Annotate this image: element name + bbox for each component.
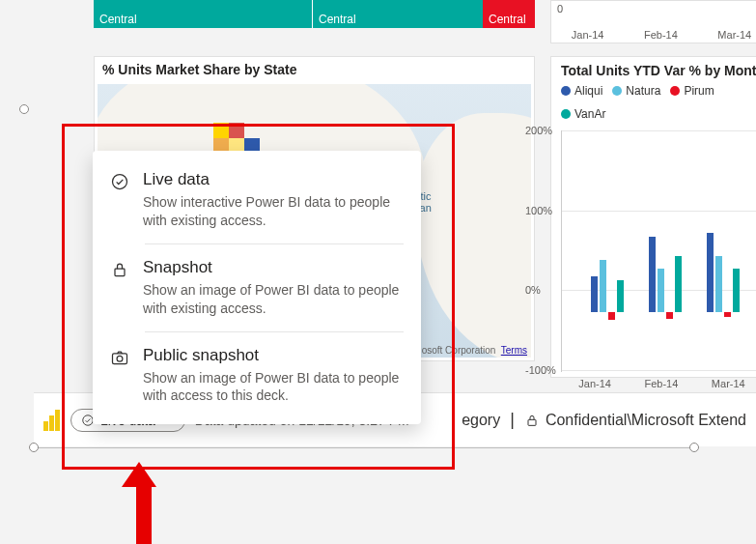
annotation-arrow-icon <box>131 462 156 544</box>
xtick: Feb-14 <box>644 29 678 41</box>
lock-icon <box>110 258 129 318</box>
svg-point-0 <box>83 415 94 425</box>
map-attribution: osoft Corporation Terms <box>422 345 527 356</box>
xtick: Mar-14 <box>712 378 745 389</box>
region-segment[interactable]: Central <box>312 0 483 28</box>
menu-item-desc: Show an image of Power BI data to people… <box>143 369 404 406</box>
menu-item-title: Live data <box>143 170 404 189</box>
powerbi-logo-icon <box>43 410 61 431</box>
region-segment[interactable]: Central <box>483 0 535 28</box>
x-axis-ticks: Jan-14 Feb-14 Mar-14 <box>562 378 756 389</box>
sensitivity-label[interactable]: Confidential\Microsoft Extend <box>524 412 746 429</box>
ytick: -100% <box>525 364 556 376</box>
lock-icon <box>524 413 540 428</box>
swatch-icon <box>670 86 680 96</box>
legend-item-vanar[interactable]: VanAr <box>561 107 605 121</box>
selection-baseline <box>34 447 698 448</box>
bar-group <box>707 233 740 312</box>
chart-plot-area: 200% 100% 0% -100% <box>561 130 756 372</box>
legend-item-pirum[interactable]: Pirum <box>670 84 714 98</box>
bar-group <box>649 237 682 312</box>
legend-item-aliqui[interactable]: Aliqui <box>561 84 602 98</box>
map-title: % Units Market Share by State <box>95 57 534 82</box>
ytick: 0% <box>525 284 541 296</box>
menu-item-live-data[interactable]: Live data Show interactive Power BI data… <box>93 157 421 243</box>
check-circle-icon <box>110 170 129 230</box>
chart-title: Total Units YTD Var % by Mont <box>561 63 756 78</box>
ytick: 200% <box>525 125 552 136</box>
xtick: Feb-14 <box>644 378 678 389</box>
region-label: Central <box>489 13 526 26</box>
selection-handle[interactable] <box>689 443 699 452</box>
region-segment[interactable]: Central <box>94 0 312 28</box>
selection-handle[interactable] <box>19 104 29 114</box>
svg-point-5 <box>117 356 123 361</box>
category-label: egory <box>462 412 500 429</box>
separator: | <box>510 410 515 430</box>
menu-item-title: Public snapshot <box>143 346 404 365</box>
menu-item-desc: Show interactive Power BI data to people… <box>143 193 404 230</box>
ytick: 100% <box>525 205 552 216</box>
menu-item-snapshot[interactable]: Snapshot Show an image of Power BI data … <box>145 243 404 331</box>
swatch-icon <box>612 86 622 96</box>
selection-handle[interactable] <box>29 443 39 452</box>
ytick: 0 <box>557 3 563 14</box>
region-strip: Central Central Central <box>94 0 535 28</box>
xtick: Jan-14 <box>572 29 604 41</box>
top-mini-chart[interactable]: 0 Jan-14 Feb-14 Mar-14 <box>550 0 756 43</box>
svg-rect-3 <box>115 269 125 276</box>
legend-item-natura[interactable]: Natura <box>612 84 660 98</box>
menu-item-title: Snapshot <box>143 258 404 277</box>
data-mode-menu: Live data Show interactive Power BI data… <box>93 151 421 424</box>
dashboard-canvas: Central Central Central 0 Jan-14 Feb-14 … <box>0 0 756 544</box>
xtick: Mar-14 <box>717 29 751 41</box>
swatch-icon <box>561 86 571 96</box>
menu-item-public-snapshot[interactable]: Public snapshot Show an image of Power B… <box>145 331 404 419</box>
camera-icon <box>110 346 129 406</box>
svg-point-2 <box>113 175 127 189</box>
bar-group <box>591 260 624 312</box>
swatch-icon <box>561 109 571 119</box>
map-terms-link[interactable]: Terms <box>501 345 527 356</box>
svg-rect-4 <box>113 353 127 363</box>
menu-item-desc: Show an image of Power BI data to people… <box>143 281 404 318</box>
chart-legend: Aliqui Natura Pirum VanAr <box>561 84 756 121</box>
bar-chart-visual[interactable]: Total Units YTD Var % by Mont Aliqui Nat… <box>550 56 756 378</box>
svg-rect-1 <box>528 419 536 425</box>
region-label: Central <box>319 13 356 26</box>
xtick: Jan-14 <box>578 378 611 389</box>
region-label: Central <box>99 13 137 26</box>
